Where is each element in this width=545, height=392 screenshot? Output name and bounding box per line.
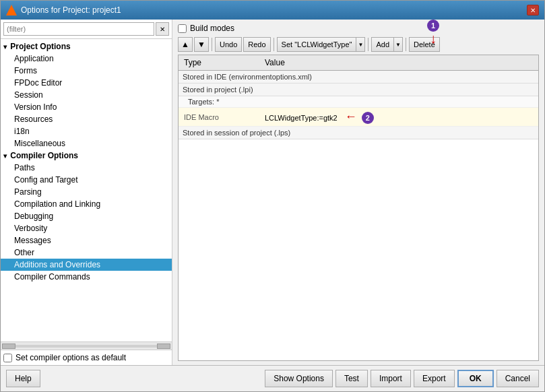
tree-group-project-options[interactable]: ▾ Project Options bbox=[1, 40, 172, 53]
bottom-bar: Help Show Options Test Import Export OK … bbox=[1, 365, 544, 391]
toolbar-separator-2 bbox=[274, 38, 274, 51]
move-down-button[interactable]: ▼ bbox=[194, 37, 209, 52]
toolbar-separator-3 bbox=[368, 38, 368, 51]
expand-icon: ▾ bbox=[3, 43, 7, 51]
cell-value-1: LCLWidgetType:=gtk2 ← 2 bbox=[259, 108, 538, 125]
title-bar: Options for Project: project1 ✕ bbox=[1, 1, 544, 20]
app-icon bbox=[6, 5, 17, 15]
tree-item-verbosity[interactable]: Verbosity bbox=[1, 222, 172, 234]
tree-item-parsing[interactable]: Parsing bbox=[1, 186, 172, 198]
filter-clear-button[interactable]: ✕ bbox=[156, 22, 169, 36]
col-header-value: Value bbox=[259, 57, 538, 69]
cancel-button[interactable]: Cancel bbox=[496, 370, 539, 387]
subsection-targets: Targets: * bbox=[179, 96, 538, 108]
table-header: Type Value bbox=[179, 55, 538, 71]
annotation-arrow-2: ← bbox=[345, 110, 357, 123]
move-up-button[interactable]: ▲ bbox=[178, 37, 193, 52]
section-2-label: Stored in project (.lpi) bbox=[179, 84, 538, 96]
add-dropdown-button[interactable]: ▼ bbox=[393, 37, 403, 52]
annotation-circle-2: 2 bbox=[362, 112, 374, 124]
annotation-1-container: 1 ↓ bbox=[427, 20, 439, 45]
set-compiler-default-label: Set compiler options as default bbox=[15, 353, 126, 362]
add-dropdown-icon: ▼ bbox=[395, 42, 401, 48]
toolbar-container: 1 ↓ ▲ ▼ Undo Redo Set "LCLWidgetType" bbox=[178, 37, 539, 55]
ok-button[interactable]: OK bbox=[457, 370, 494, 387]
tree-item-config-and-target[interactable]: Config and Target bbox=[1, 174, 172, 186]
left-panel: ✕ ▾ Project Options Application Forms FP… bbox=[1, 20, 172, 365]
cell-type-1: IDE Macro bbox=[179, 112, 259, 123]
undo-button[interactable]: Undo bbox=[215, 37, 242, 52]
section-3-label: Stored in session of project (.lps) bbox=[179, 127, 538, 139]
tree-item-miscellaneous[interactable]: Miscellaneous bbox=[1, 137, 172, 150]
bottom-right: Show Options Test Import Export OK Cance… bbox=[265, 370, 539, 387]
filter-bar: ✕ bbox=[1, 20, 172, 39]
tree-item-application[interactable]: Application bbox=[1, 53, 172, 65]
build-modes-label: Build modes bbox=[190, 24, 234, 33]
window-title: Options for Project: project1 bbox=[21, 5, 121, 15]
close-button[interactable]: ✕ bbox=[527, 5, 539, 15]
tree-item-paths[interactable]: Paths bbox=[1, 162, 172, 174]
build-modes-checkbox[interactable] bbox=[178, 24, 187, 33]
tree-item-other[interactable]: Other bbox=[1, 247, 172, 259]
add-button[interactable]: Add bbox=[371, 37, 393, 52]
tree-item-resources[interactable]: Resources bbox=[1, 113, 172, 125]
build-modes-row: Build modes bbox=[178, 24, 539, 33]
tree-item-messages[interactable]: Messages bbox=[1, 234, 172, 247]
set-compiler-default-row: Set compiler options as default bbox=[1, 350, 172, 365]
tree-item-compilation-and-linking[interactable]: Compilation and Linking bbox=[1, 198, 172, 210]
tree-item-additions-and-overrides[interactable]: Additions and Overrides bbox=[1, 259, 172, 271]
toolbar-separator-4 bbox=[406, 38, 406, 51]
annotation-arrow-1: ↓ bbox=[430, 32, 437, 45]
set-button-group: Set "LCLWidgetType" ▼ bbox=[277, 37, 366, 52]
data-table-area: Type Value Stored in IDE (environmentopt… bbox=[178, 55, 539, 361]
content-area: ✕ ▾ Project Options Application Forms FP… bbox=[1, 20, 544, 365]
set-dropdown-button[interactable]: ▼ bbox=[356, 37, 365, 52]
table-row-1[interactable]: IDE Macro LCLWidgetType:=gtk2 ← 2 bbox=[179, 108, 538, 127]
title-bar-left: Options for Project: project1 bbox=[6, 5, 121, 15]
scroll-left-btn[interactable] bbox=[2, 344, 15, 349]
scrollbar-horizontal[interactable] bbox=[1, 341, 172, 350]
annotation-circle-1: 1 bbox=[427, 20, 439, 32]
set-compiler-default-checkbox[interactable] bbox=[3, 354, 12, 362]
section-1-label: Stored in IDE (environmentoptions.xml) bbox=[179, 71, 538, 84]
annotation-arrow-2-container: ← 2 bbox=[345, 114, 374, 122]
toolbar-separator-1 bbox=[212, 38, 212, 51]
tree-item-debugging[interactable]: Debugging bbox=[1, 210, 172, 222]
table-body: Stored in IDE (environmentoptions.xml) S… bbox=[179, 71, 538, 360]
set-button[interactable]: Set "LCLWidgetType" bbox=[277, 37, 356, 52]
tree-item-version-info[interactable]: Version Info bbox=[1, 101, 172, 113]
down-icon: ▼ bbox=[197, 40, 205, 49]
toolbar-row: ▲ ▼ Undo Redo Set "LCLWidgetType" ▼ bbox=[178, 37, 539, 52]
main-window: Options for Project: project1 ✕ ✕ ▾ Proj… bbox=[0, 0, 545, 392]
col-header-type: Type bbox=[179, 57, 259, 69]
up-icon: ▲ bbox=[181, 40, 189, 49]
tree-item-i18n[interactable]: i18n bbox=[1, 125, 172, 137]
test-button[interactable]: Test bbox=[335, 370, 368, 387]
tree-item-fpdoc-editor[interactable]: FPDoc Editor bbox=[1, 77, 172, 89]
show-options-button[interactable]: Show Options bbox=[265, 370, 333, 387]
tree-panel[interactable]: ▾ Project Options Application Forms FPDo… bbox=[1, 39, 172, 341]
import-button[interactable]: Import bbox=[371, 370, 411, 387]
help-button[interactable]: Help bbox=[6, 370, 40, 387]
bottom-left: Help bbox=[6, 370, 40, 387]
expand-icon-compiler: ▾ bbox=[3, 152, 7, 160]
filter-input[interactable] bbox=[3, 22, 154, 36]
tree-group-compiler-options[interactable]: ▾ Compiler Options bbox=[1, 150, 172, 162]
export-button[interactable]: Export bbox=[414, 370, 455, 387]
redo-button[interactable]: Redo bbox=[243, 37, 270, 52]
tree-item-compiler-commands[interactable]: Compiler Commands bbox=[1, 271, 172, 283]
set-dropdown-icon: ▼ bbox=[358, 42, 363, 48]
tree-item-session[interactable]: Session bbox=[1, 89, 172, 101]
tree-item-forms[interactable]: Forms bbox=[1, 65, 172, 77]
scroll-track bbox=[15, 345, 157, 348]
add-button-group: Add ▼ bbox=[371, 37, 403, 52]
right-panel: Build modes 1 ↓ ▲ ▼ Undo bbox=[172, 20, 544, 365]
scroll-right-btn[interactable] bbox=[157, 344, 170, 349]
